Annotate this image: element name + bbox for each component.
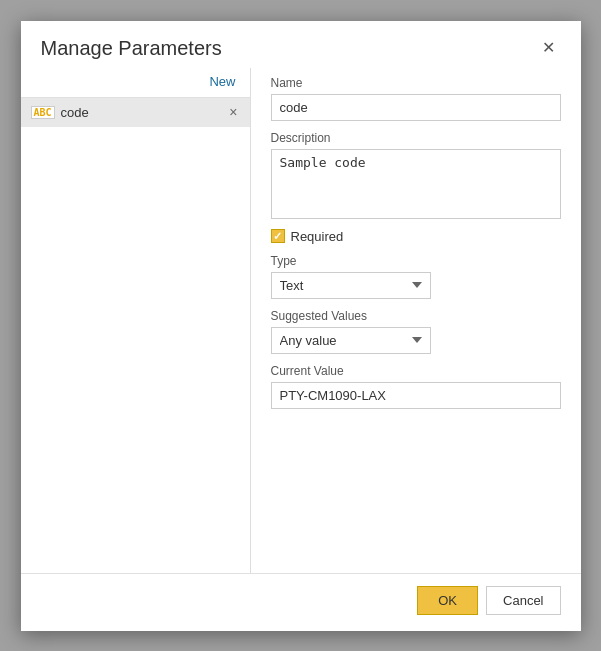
- name-field-group: Name: [271, 76, 561, 121]
- checkmark-icon: ✓: [273, 231, 282, 242]
- current-value-field-group: Current Value: [271, 364, 561, 409]
- current-value-label: Current Value: [271, 364, 561, 378]
- manage-parameters-dialog: Manage Parameters ✕ New ABC code × Name: [21, 21, 581, 631]
- required-checkbox[interactable]: ✓: [271, 229, 285, 243]
- required-label: Required: [291, 229, 344, 244]
- cancel-button[interactable]: Cancel: [486, 586, 560, 615]
- dialog-footer: OK Cancel: [21, 573, 581, 631]
- suggested-values-field-group: Suggested Values Any value List of value…: [271, 309, 561, 354]
- dialog-title: Manage Parameters: [41, 37, 222, 60]
- param-name-label: code: [61, 105, 222, 120]
- new-parameter-button[interactable]: New: [205, 72, 239, 91]
- ok-button[interactable]: OK: [417, 586, 478, 615]
- parameter-item[interactable]: ABC code ×: [21, 98, 250, 127]
- param-remove-button[interactable]: ×: [227, 105, 239, 119]
- title-bar: Manage Parameters ✕: [21, 21, 581, 68]
- name-input[interactable]: [271, 94, 561, 121]
- close-button[interactable]: ✕: [536, 38, 561, 58]
- dialog-body: New ABC code × Name Description Sample c…: [21, 68, 581, 573]
- required-row[interactable]: ✓ Required: [271, 229, 561, 244]
- suggested-values-label: Suggested Values: [271, 309, 561, 323]
- type-field-group: Type Text Number Date Boolean: [271, 254, 561, 299]
- suggested-values-select[interactable]: Any value List of values: [271, 327, 431, 354]
- param-type-icon: ABC: [31, 106, 55, 119]
- name-label: Name: [271, 76, 561, 90]
- description-textarea[interactable]: Sample code: [271, 149, 561, 219]
- right-panel: Name Description Sample code ✓ Required …: [251, 68, 581, 573]
- left-panel-header: New: [21, 68, 250, 98]
- description-label: Description: [271, 131, 561, 145]
- type-label: Type: [271, 254, 561, 268]
- current-value-input[interactable]: [271, 382, 561, 409]
- left-panel: New ABC code ×: [21, 68, 251, 573]
- description-field-group: Description Sample code: [271, 131, 561, 219]
- type-select[interactable]: Text Number Date Boolean: [271, 272, 431, 299]
